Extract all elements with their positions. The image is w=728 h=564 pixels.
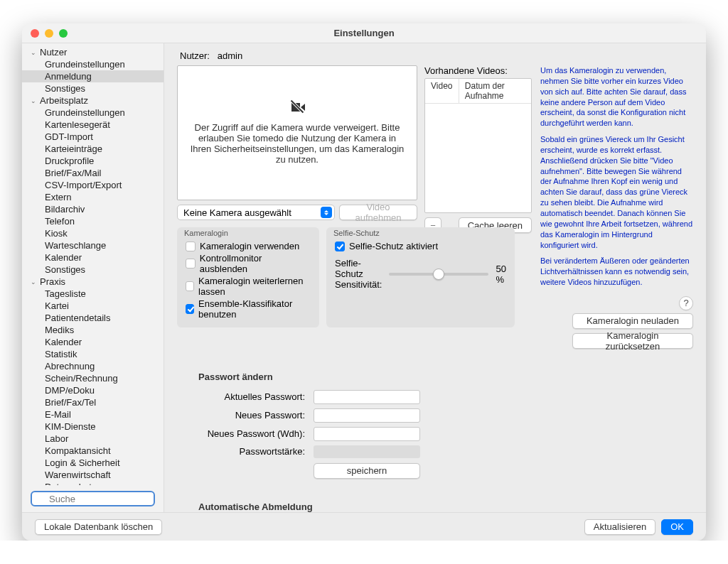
tree-item[interactable]: Mediks (22, 324, 164, 336)
tree-item[interactable]: E-Mail (22, 408, 164, 421)
save-pw-button[interactable]: speichern (314, 463, 420, 479)
tree-group-label: Praxis (40, 276, 65, 287)
chk-selfie[interactable] (335, 242, 345, 251)
chevron-updown-icon (321, 207, 332, 218)
chk-hide[interactable] (186, 259, 196, 269)
ok-button[interactable]: OK (661, 519, 693, 535)
camera-denied-msg: Der Zugriff auf die Kamera wurde verweig… (189, 122, 405, 165)
tree-item[interactable]: Abrechnung (22, 360, 164, 372)
camera-select[interactable]: Keine Kamera ausgewählt (177, 205, 335, 220)
chevron-down-icon: ⌄ (31, 97, 38, 104)
sidebar: ⌄NutzerGrundeinstellungenAnmeldungSonsti… (22, 43, 164, 512)
chk-selfie-label: Selfie-Schutz aktiviert (349, 241, 438, 251)
pw-strength-meter (314, 445, 420, 458)
user-label: Nutzer: (180, 50, 210, 61)
tree-item[interactable]: Kartenlesegerät (22, 119, 164, 131)
tree-item[interactable]: Schein/Rechnung (22, 372, 164, 384)
tree-item[interactable]: Anmeldung (22, 70, 164, 82)
tree-item[interactable]: Grundeinstellungen (22, 107, 164, 119)
help-p2: Sobald ein grünes Viereck um Ihr Gesicht… (540, 134, 693, 250)
col-date[interactable]: Datum der Aufnahme (459, 79, 531, 103)
tree-item[interactable]: Warteschlange (22, 239, 164, 251)
selfie-title: Selfie-Schutz (333, 229, 380, 237)
chk-use[interactable] (186, 242, 196, 251)
selfie-sens-slider[interactable] (389, 273, 488, 276)
tree-item[interactable]: Sonstiges (22, 264, 164, 276)
videos-table: Video Datum der Aufnahme (424, 78, 532, 213)
lbl-current-pw: Aktuelles Passwort: (177, 391, 305, 402)
chevron-down-icon: ⌄ (31, 278, 38, 286)
help-button[interactable]: ? (679, 296, 693, 310)
tree-group[interactable]: ⌄Praxis (22, 276, 164, 288)
autolock-section-title: Automatische Abmeldung (198, 501, 693, 512)
reset-kameralogin-button[interactable]: Kameralogin zurücksetzen (572, 333, 693, 349)
tree-item[interactable]: Login & Sicherheit (22, 457, 164, 469)
password-section-title: Passwort ändern (198, 372, 693, 382)
tree-item[interactable]: Kiosk (22, 227, 164, 239)
tree-item[interactable]: Statistik (22, 348, 164, 360)
tree-item[interactable]: KIM-Dienste (22, 421, 164, 433)
refresh-button[interactable]: Aktualisieren (584, 519, 655, 535)
nav-tree: ⌄NutzerGrundeinstellungenAnmeldungSonsti… (22, 46, 164, 485)
tree-group-label: Nutzer (40, 47, 67, 58)
selfie-sens-value: 50 % (496, 264, 505, 285)
tree-item[interactable]: GDT-Import (22, 131, 164, 143)
selfie-sens-label: Selfie-Schutz Sensitivität: (335, 258, 382, 290)
help-text: Um das Kameralogin zu verwenden, nehmen … (540, 65, 693, 293)
tree-item[interactable]: Kalender (22, 336, 164, 348)
reload-kameralogin-button[interactable]: Kameralogin neuladen (572, 313, 693, 329)
chk-learn-label: Kameralogin weiterlernen lassen (198, 276, 311, 297)
col-video[interactable]: Video (425, 79, 459, 103)
tree-item[interactable]: Grundeinstellungen (22, 58, 164, 70)
chk-learn[interactable] (186, 281, 194, 291)
tree-item[interactable]: Brief/Fax/Tel (22, 396, 164, 408)
window-title: Einstellungen (22, 28, 706, 38)
tree-item[interactable]: Brief/Fax/Mail (22, 167, 164, 179)
content: Nutzer: admin Der Zugriff auf die Kamera… (164, 43, 706, 512)
user-value: admin (218, 50, 242, 61)
tree-item[interactable]: Telefon (22, 215, 164, 227)
camera-preview: Der Zugriff auf die Kamera wurde verweig… (177, 65, 417, 200)
record-video-button[interactable]: Video aufnehmen (339, 205, 417, 220)
lbl-strength: Passwortstärke: (177, 446, 305, 457)
user-line: Nutzer: admin (180, 50, 693, 61)
tree-item[interactable]: Sonstiges (22, 82, 164, 94)
tree-item[interactable]: Karteieinträge (22, 143, 164, 155)
tree-item[interactable]: Druckprofile (22, 155, 164, 167)
tree-item[interactable]: Warenwirtschaft (22, 469, 164, 481)
tree-item[interactable]: DMP/eDoku (22, 384, 164, 396)
footer: Lokale Datenbank löschen Aktualisieren O… (22, 512, 706, 541)
titlebar: Einstellungen (22, 23, 706, 43)
tree-item[interactable]: Tagesliste (22, 288, 164, 300)
tree-item[interactable]: CSV-Import/Export (22, 179, 164, 191)
search-input[interactable] (31, 491, 155, 506)
kameralogin-title: Kameralogin (184, 229, 228, 237)
camera-select-label: Keine Kamera ausgewählt (183, 207, 291, 218)
repeat-pw-input[interactable] (314, 427, 420, 441)
tree-group[interactable]: ⌄Nutzer (22, 46, 164, 58)
lbl-repeat-pw: Neues Passwort (Wdh): (177, 428, 305, 439)
tree-group[interactable]: ⌄Arbeitsplatz (22, 94, 164, 107)
chk-ensemble-label: Ensemble-Klassifikator benutzen (198, 298, 311, 320)
tree-item[interactable]: Kartei (22, 300, 164, 312)
chk-use-label: Kameralogin verwenden (200, 241, 299, 251)
new-pw-input[interactable] (314, 408, 420, 423)
chk-hide-label: Kontrollmonitor ausblenden (200, 253, 311, 274)
delete-local-db-button[interactable]: Lokale Datenbank löschen (35, 519, 162, 535)
tree-item[interactable]: Patientendetails (22, 312, 164, 324)
tree-item[interactable]: Labor (22, 433, 164, 445)
current-pw-input[interactable] (314, 390, 420, 404)
videos-heading: Vorhandene Videos: (424, 65, 532, 76)
chevron-down-icon: ⌄ (31, 49, 38, 56)
tree-item[interactable]: Bildarchiv (22, 203, 164, 215)
tree-item[interactable]: Extern (22, 191, 164, 203)
help-p1: Um das Kameralogin zu verwenden, nehmen … (540, 65, 693, 129)
tree-group-label: Arbeitsplatz (40, 95, 88, 106)
camera-off-icon (289, 101, 305, 114)
lbl-new-pw: Neues Passwort: (177, 410, 305, 421)
help-p3: Bei verändertem Äußeren oder geänderten … (540, 256, 693, 288)
tree-item[interactable]: Kalender (22, 251, 164, 264)
chk-ensemble[interactable] (186, 304, 194, 314)
tree-item[interactable]: Kompaktansicht (22, 445, 164, 457)
